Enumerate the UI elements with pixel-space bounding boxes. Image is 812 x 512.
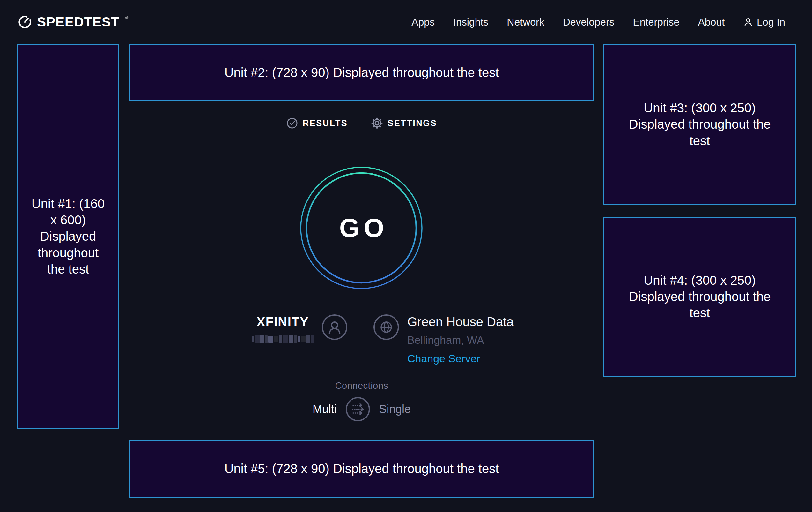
masked-block bbox=[252, 336, 254, 342]
login-button[interactable]: Log In bbox=[743, 16, 785, 28]
login-label: Log In bbox=[757, 16, 785, 28]
masked-block bbox=[255, 335, 260, 344]
nav-item-about[interactable]: About bbox=[698, 16, 725, 28]
masked-block bbox=[298, 336, 300, 342]
masked-block bbox=[279, 334, 282, 344]
connections-toggle: Multi Single bbox=[313, 397, 411, 422]
ad-unit-5[interactable]: Unit #5: (728 x 90) Displayed throughout… bbox=[129, 440, 594, 498]
speedometer-icon bbox=[18, 15, 32, 29]
connections-title: Connections bbox=[335, 380, 388, 391]
ad-unit-3-label: Unit #3: (300 x 250) Displayed throughou… bbox=[627, 100, 773, 149]
masked-block bbox=[301, 336, 306, 342]
tab-results-label: RESULTS bbox=[303, 118, 348, 128]
connections-option-multi[interactable]: Multi bbox=[313, 403, 337, 416]
nav-item-developers[interactable]: Developers bbox=[563, 16, 615, 28]
globe-circle-icon[interactable] bbox=[373, 314, 399, 340]
masked-block bbox=[294, 335, 297, 343]
nav-item-enterprise[interactable]: Enterprise bbox=[633, 16, 679, 28]
nav-item-apps[interactable]: Apps bbox=[411, 16, 435, 28]
gear-icon bbox=[371, 117, 383, 129]
ad-unit-4[interactable]: Unit #4: (300 x 250) Displayed throughou… bbox=[603, 217, 796, 377]
masked-block bbox=[289, 335, 293, 343]
ad-unit-2[interactable]: Unit #2: (728 x 90) Displayed throughout… bbox=[129, 44, 594, 101]
server-column: Green House Data Bellingham, WA Change S… bbox=[407, 313, 514, 365]
ad-unit-1[interactable]: Unit #1: (160 x 600) Displayed throughou… bbox=[17, 44, 119, 429]
go-button-label: GO bbox=[297, 164, 425, 292]
tab-settings[interactable]: SETTINGS bbox=[371, 117, 437, 129]
brand-wordmark: SPEEDTEST bbox=[37, 15, 120, 29]
isp-name[interactable]: XFINITY bbox=[257, 315, 309, 329]
connections-section: Connections Multi Single bbox=[129, 380, 594, 422]
brand-trademark: ® bbox=[125, 15, 128, 20]
masked-block bbox=[274, 336, 278, 342]
masked-block bbox=[268, 336, 273, 343]
speedtest-logo[interactable]: SPEEDTEST ® bbox=[18, 15, 128, 29]
go-button[interactable]: GO bbox=[297, 164, 425, 292]
masked-isp-id bbox=[252, 334, 314, 344]
nav-item-network[interactable]: Network bbox=[507, 16, 544, 28]
masked-block bbox=[311, 335, 314, 343]
tab-results[interactable]: RESULTS bbox=[286, 117, 348, 129]
masked-block bbox=[260, 335, 264, 343]
view-tabs: RESULTS SETTINGS bbox=[129, 115, 594, 129]
isp-block: XFINITY bbox=[129, 313, 361, 365]
main-nav: Apps Insights Network Developers Enterpr… bbox=[411, 16, 785, 28]
check-circle-icon bbox=[286, 117, 298, 129]
ad-unit-2-label: Unit #2: (728 x 90) Displayed throughout… bbox=[225, 64, 499, 81]
user-circle-icon[interactable] bbox=[321, 314, 348, 340]
speedtest-page: SPEEDTEST ® Apps Insights Network Develo… bbox=[0, 0, 812, 512]
tab-settings-label: SETTINGS bbox=[387, 118, 437, 128]
top-nav-bar: SPEEDTEST ® Apps Insights Network Develo… bbox=[0, 0, 812, 44]
masked-block bbox=[283, 335, 288, 343]
connection-info-row: XFINITY Green House Data Bellingham, WA … bbox=[129, 313, 594, 365]
ad-unit-3[interactable]: Unit #3: (300 x 250) Displayed throughou… bbox=[603, 44, 796, 205]
nav-item-insights[interactable]: Insights bbox=[453, 16, 488, 28]
ad-unit-4-label: Unit #4: (300 x 250) Displayed throughou… bbox=[627, 272, 773, 321]
masked-block bbox=[265, 335, 268, 343]
connections-option-single[interactable]: Single bbox=[379, 403, 411, 416]
change-server-link[interactable]: Change Server bbox=[407, 352, 480, 365]
server-name[interactable]: Green House Data bbox=[407, 315, 514, 329]
ad-unit-1-label: Unit #1: (160 x 600) Displayed throughou… bbox=[29, 196, 107, 277]
isp-column: XFINITY bbox=[252, 313, 314, 344]
multi-connection-icon[interactable] bbox=[345, 397, 370, 422]
ad-unit-5-label: Unit #5: (728 x 90) Displayed throughout… bbox=[225, 461, 499, 477]
server-location: Bellingham, WA bbox=[407, 334, 484, 346]
masked-block bbox=[307, 335, 310, 344]
server-block: Green House Data Bellingham, WA Change S… bbox=[361, 313, 594, 365]
user-icon bbox=[743, 17, 753, 27]
